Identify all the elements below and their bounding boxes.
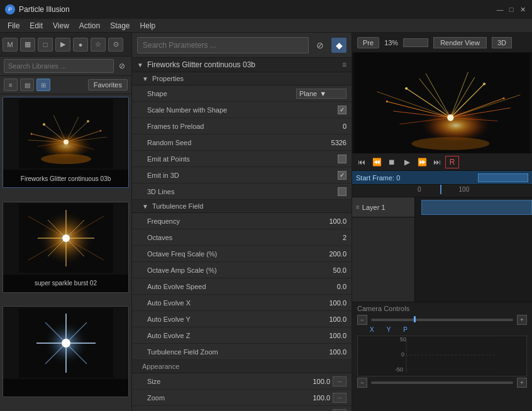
zoom-value: 100.0 [292,394,330,402]
scale-number-label: Scale Number with Shape [147,106,338,114]
step-back-button[interactable]: ⏪ [370,156,384,168]
zoom-row: Zoom 100.0 ··· [132,390,352,406]
menu-edit[interactable]: Edit [25,20,48,31]
svg-point-63 [386,101,388,102]
favorites-button[interactable]: Favorites [88,79,128,90]
auto-evolve-x-value: 100.0 [309,299,346,307]
svg-point-61 [405,87,407,90]
svg-text:-50: -50 [395,366,403,373]
play-button[interactable]: ▶ [400,156,414,168]
m-tool-button[interactable]: M [3,38,18,52]
properties-triangle-icon: ▼ [142,75,148,82]
timeline-content: ≡ Layer 1 [352,197,532,302]
library-item-label-3 [3,379,128,397]
camera2-plus-button[interactable]: + [517,378,527,388]
auto-evolve-speed-value: 0.0 [309,283,346,290]
search-cancel-icon[interactable]: ⊘ [116,60,128,72]
title-bar-controls[interactable]: — □ ✕ [496,5,527,14]
random-seed-value: 5326 [309,139,346,146]
record-tool-button[interactable]: ● [73,38,88,52]
camera-slider-2[interactable] [371,381,513,384]
frequency-value: 100.0 [309,217,346,225]
list-view-button[interactable]: ≡ [4,79,18,91]
camera-minus-button[interactable]: − [357,315,367,325]
library-item-2[interactable]: super sparkle burst 02 [3,202,129,293]
menu-file[interactable]: File [3,20,25,31]
camera-plus-button[interactable]: + [517,315,527,325]
auto-evolve-z-value: 100.0 [309,332,346,339]
3d-button[interactable]: 3D [492,37,512,48]
library-item-3[interactable] [3,306,129,397]
emit-in-3d-label: Emit in 3D [147,172,338,179]
shape-dropdown[interactable]: Plane ▼ [296,89,346,99]
layer-icon: ≡ [356,204,360,211]
step-forward-button[interactable]: ⏩ [415,156,429,168]
record-button[interactable]: R [445,156,459,168]
goto-end-button[interactable]: ⏭ [430,156,444,168]
zoom-label: Zoom [147,394,292,402]
library-thumb-1 [3,97,128,170]
preview-canvas [352,53,532,153]
search-libraries-input[interactable] [4,59,114,73]
ruler-mark-100: 100 [459,186,470,193]
library-thumb-3 [3,307,128,379]
box-tool-button[interactable]: □ [38,38,53,52]
maximize-button[interactable]: □ [507,5,516,14]
left-toolbar: M ▦ □ ▶ ● ☆ ⊙ [0,33,131,57]
svg-point-64 [503,97,505,99]
camera-tool-button[interactable]: ⊙ [108,38,123,52]
coord-graph-svg: 50 0 -50 [358,336,526,374]
appearance-header[interactable]: Appearance [132,360,352,373]
turbulence-zoom-value: 100.0 [309,348,346,356]
emit-at-points-checkbox[interactable] [338,155,346,163]
properties-subsection-header[interactable]: ▼ Properties [132,72,352,85]
minimize-button[interactable]: — [496,5,504,14]
camera-controls-area: Camera Controls − + X Y P 50 0 [352,302,532,412]
p-axis-label: P [403,326,407,333]
menu-stage[interactable]: Stage [105,20,135,31]
camera-slider-handle [414,316,416,322]
library-item-1[interactable]: Fireworks Glitter continuous 03b [3,97,129,188]
render-view-button[interactable]: Render View [433,37,487,48]
emitter-menu-icon[interactable]: ≡ [342,60,346,69]
emit-in-3d-checkbox[interactable] [338,171,346,180]
menu-action[interactable]: Action [74,20,105,31]
menu-view[interactable]: View [48,20,74,31]
auto-evolve-speed-label: Auto Evolve Speed [147,283,309,290]
library-item-label-2: super sparkle burst 02 [3,275,128,292]
pre-button[interactable]: Pre [357,37,379,48]
search-params-input[interactable] [137,37,309,53]
size-options-button[interactable]: ··· [333,376,346,386]
menu-help[interactable]: Help [135,20,161,31]
camera-slider-1[interactable] [371,319,513,321]
film-tool-button[interactable]: ▦ [20,38,35,52]
opacity-options-button[interactable]: ··· [333,409,346,412]
turbulence-subsection-header[interactable]: ▼ Turbulence Field [132,200,352,213]
stop-button[interactable]: ⏹ [385,156,399,168]
camera2-minus-button[interactable]: − [357,378,367,388]
octave-amp-label: Octave Amp Scale (%) [147,266,309,274]
layer-track-bar [421,200,532,215]
search-params-cancel-icon[interactable]: ⊘ [313,38,328,53]
camera-controls-label: Camera Controls [357,305,527,312]
emit-at-points-row: Emit at Points [132,151,352,167]
play-tool-button[interactable]: ▶ [55,38,70,52]
emit-in-3d-row: Emit in 3D [132,167,352,184]
scale-number-checkbox[interactable] [338,106,346,114]
close-button[interactable]: ✕ [518,5,527,14]
zoom-options-button[interactable]: ··· [333,393,346,403]
emitter-section-header[interactable]: ▼ Fireworks Glitter continuous 03b ≡ [132,58,352,72]
detail-view-button[interactable]: ▤ [20,79,34,91]
frames-preload-row: Frames to Preload 0 [132,118,352,134]
expand-triangle-icon: ▼ [137,62,143,68]
goto-start-button[interactable]: ⏮ [355,156,369,168]
layer-1-item[interactable]: ≡ Layer 1 [352,197,414,217]
star-tool-button[interactable]: ☆ [91,38,106,52]
3d-lines-checkbox[interactable] [338,187,346,196]
auto-evolve-x-row: Auto Evolve X 100.0 [132,295,352,311]
auto-evolve-y-label: Auto Evolve Y [147,315,309,323]
params-pin-button[interactable]: ◆ [331,38,346,53]
library-search-bar: ⊘ [0,57,131,76]
grid-view-button[interactable]: ⊞ [36,79,50,91]
svg-point-65 [411,137,489,150]
